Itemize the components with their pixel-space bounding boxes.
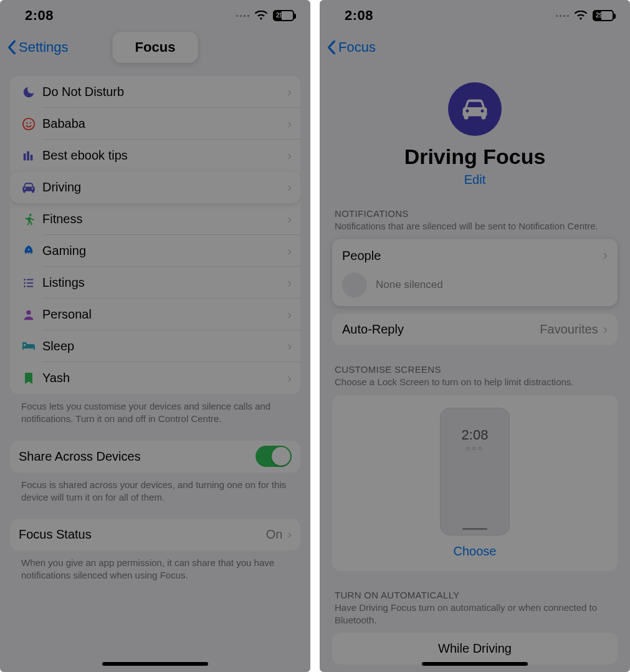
people-label: People: [342, 249, 381, 263]
svg-point-1: [26, 122, 27, 123]
bookmark-icon: [19, 372, 39, 385]
svg-point-2: [30, 122, 31, 123]
focus-mode-sleep[interactable]: Sleep›: [10, 330, 300, 362]
home-indicator[interactable]: [422, 662, 528, 666]
back-label: Settings: [19, 39, 69, 55]
chevron-right-icon: ›: [287, 527, 292, 542]
svg-point-7: [28, 248, 30, 250]
chevron-left-icon: [327, 41, 336, 54]
chevron-right-icon: ›: [287, 148, 292, 163]
people-card[interactable]: People › None silenced: [332, 239, 618, 306]
lock-screen-preview[interactable]: 2:08 ○○○: [440, 408, 510, 535]
svg-rect-9: [27, 279, 33, 280]
svg-rect-11: [27, 282, 33, 284]
focus-mode-personal[interactable]: Personal›: [10, 299, 300, 330]
focus-mode-label: Gaming: [42, 244, 287, 258]
focus-mode-gaming[interactable]: Gaming›: [10, 235, 300, 267]
focus-mode-bababa[interactable]: Bababa›: [10, 108, 300, 140]
svg-rect-4: [27, 151, 29, 160]
focus-status-row[interactable]: Focus Status On ›: [10, 519, 300, 550]
back-button[interactable]: Settings: [0, 39, 69, 55]
people-status: None silenced: [376, 279, 443, 291]
focus-mode-label: Fitness: [42, 212, 287, 226]
notifications-header: NOTIFICATIONS: [332, 187, 618, 220]
chevron-right-icon: ›: [287, 85, 292, 99]
svg-point-0: [23, 118, 34, 129]
back-button[interactable]: Focus: [320, 39, 376, 55]
share-group: Share Across Devices: [10, 441, 300, 473]
chevron-left-icon: [7, 41, 16, 54]
svg-rect-3: [24, 153, 26, 160]
svg-rect-13: [27, 286, 33, 287]
svg-point-14: [26, 310, 31, 314]
battery-icon: 29: [273, 10, 294, 21]
focus-mode-listings[interactable]: Listings›: [10, 267, 300, 299]
person-icon: [19, 308, 39, 322]
chevron-right-icon: ›: [287, 371, 292, 385]
focus-mode-best-ebook-tips[interactable]: Best ebook tips›: [10, 140, 300, 171]
lock-preview-widgets: ○○○: [466, 444, 484, 452]
books-icon: [19, 149, 39, 163]
lock-screen-preview-card: 2:08 ○○○ Choose: [332, 395, 618, 571]
auto-reply-value: Favourites: [540, 322, 598, 337]
share-footnote: Focus is shared across your devices, and…: [10, 473, 300, 504]
list-icon: [19, 276, 39, 290]
edit-button[interactable]: Edit: [320, 173, 630, 187]
focus-mode-do-not-disturb[interactable]: Do Not Disturb›: [10, 76, 300, 108]
auto-sub: Have Driving Focus turn on automatically…: [332, 602, 618, 633]
while-driving-label: While Driving: [438, 641, 512, 656]
focus-mode-label: Listings: [42, 276, 287, 290]
car-icon: [461, 97, 489, 122]
auto-reply-row[interactable]: Auto-Reply Favourites ›: [332, 314, 618, 345]
auto-reply-label: Auto-Reply: [342, 322, 540, 337]
svg-point-10: [24, 282, 26, 284]
modes-footnote: Focus lets you customise your devices an…: [10, 394, 300, 426]
home-indicator[interactable]: [102, 662, 208, 666]
focus-mode-label: Driving: [42, 180, 287, 194]
chevron-right-icon: ›: [287, 180, 292, 194]
while-driving-row[interactable]: While Driving: [332, 633, 618, 665]
choose-button[interactable]: Choose: [454, 544, 497, 559]
bed-icon: [19, 341, 39, 352]
focus-mode-driving[interactable]: Driving›: [10, 171, 300, 203]
status-bar: 2:08 29: [0, 0, 310, 31]
share-across-devices-row[interactable]: Share Across Devices: [10, 441, 300, 473]
nav-bar: Settings Focus: [0, 31, 310, 64]
chevron-right-icon: ›: [287, 276, 292, 290]
chevron-right-icon: ›: [603, 247, 608, 264]
screens-sub: Choose a Lock Screen to turn on to help …: [332, 376, 618, 395]
chevron-right-icon: ›: [603, 322, 608, 338]
moon-icon: [19, 85, 39, 99]
focus-status-group: Focus Status On ›: [10, 519, 300, 550]
screens-header: CUSTOMISE SCREENS: [332, 345, 618, 376]
phone-focus-list: 2:08 29 Settings Focus Do Not Disturb›Ba…: [0, 0, 310, 672]
nav-bar: Focus: [320, 31, 630, 64]
auto-header: TURN ON AUTOMATICALLY: [332, 571, 618, 602]
notifications-sub: Notifications that are silenced will be …: [332, 220, 618, 239]
share-toggle[interactable]: [255, 446, 292, 467]
focus-mode-yash[interactable]: Yash›: [10, 362, 300, 394]
focus-mode-label: Personal: [42, 307, 287, 322]
svg-point-6: [29, 213, 32, 216]
runner-icon: [19, 213, 39, 226]
page-title: Focus: [113, 32, 198, 63]
status-bar: 2:08 29: [320, 0, 630, 31]
focus-status-value: On: [266, 527, 283, 542]
lock-preview-time: 2:08: [462, 427, 489, 443]
focus-mode-label: Sleep: [42, 339, 287, 353]
focus-modes-list: Do Not Disturb›Bababa›Best ebook tips›Dr…: [10, 76, 300, 394]
rocket-icon: [19, 244, 39, 258]
focus-mode-label: Do Not Disturb: [42, 85, 287, 99]
chevron-right-icon: ›: [287, 307, 292, 322]
svg-point-12: [24, 286, 26, 287]
back-label: Focus: [338, 39, 376, 55]
chevron-right-icon: ›: [287, 244, 292, 258]
driving-focus-title: Driving Focus: [320, 145, 630, 169]
focus-status-footnote: When you give an app permission, it can …: [10, 550, 300, 582]
smile-icon: [19, 117, 39, 131]
focus-mode-label: Bababa: [42, 117, 287, 131]
cellular-dots-icon: [556, 15, 569, 17]
focus-mode-fitness[interactable]: Fitness›: [10, 203, 300, 235]
focus-mode-label: Yash: [42, 371, 287, 385]
phone-driving-focus: 2:08 29 Focus Driving Focus Edit NOTIFIC…: [320, 0, 630, 672]
